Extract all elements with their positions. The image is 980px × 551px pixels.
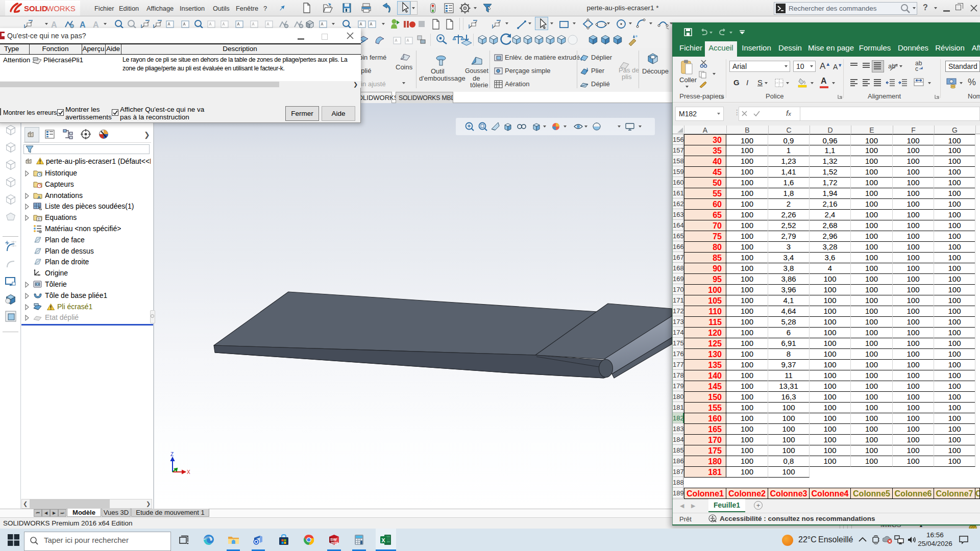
svg-text:X: X (187, 469, 190, 475)
svg-text:X: X (381, 537, 385, 543)
svg-text:c: c (915, 65, 918, 71)
svg-text:Z: Z (170, 452, 174, 457)
svg-text:2016: 2016 (331, 541, 338, 545)
svg-text:A: A (37, 195, 41, 200)
svg-text:Σ: Σ (38, 217, 40, 221)
